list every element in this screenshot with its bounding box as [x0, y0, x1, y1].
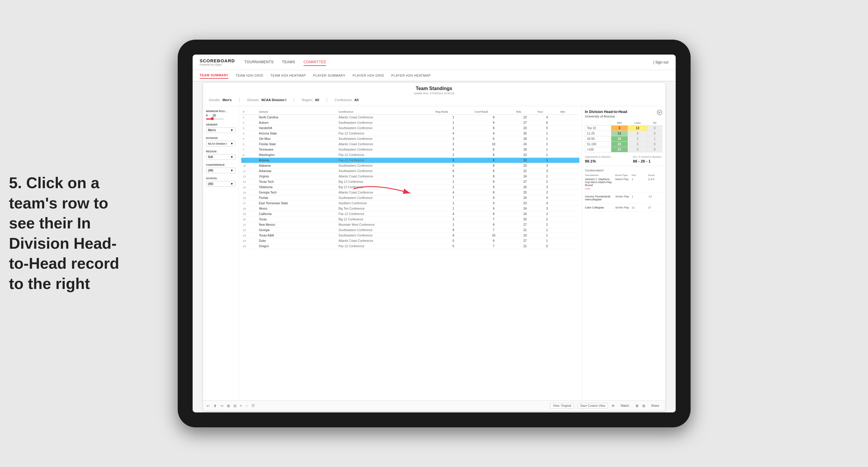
cell-win — [558, 201, 579, 206]
cell-tour: 3 — [535, 163, 558, 168]
table-row[interactable]: 8 Washington Pac-12 Conference 2 8 23 1 — [241, 152, 579, 158]
table-row[interactable]: 1 North Carolina Atlantic Coast Conferen… — [241, 115, 579, 120]
table-row[interactable]: 10 Alabama Southeastern Conference 5 8 2… — [241, 163, 579, 168]
h2h-loss: 2 — [628, 136, 647, 142]
cell-rds: 23 — [514, 233, 535, 238]
table-row[interactable]: 17 East Tennessee State Southern Confere… — [241, 201, 579, 206]
tablet-device: SCOREBOARD Powered by clippd TOURNAMENTS… — [178, 40, 690, 427]
region-select-value: N/A — [208, 155, 213, 159]
redo-icon[interactable]: ↪ — [220, 404, 223, 408]
h2h-label: Top 10 — [585, 126, 611, 131]
division-filter-group: Division NCAA Division I ▼ — [206, 136, 236, 147]
min-rounds-slider[interactable] — [206, 118, 224, 120]
view-original-button[interactable]: View: Original — [550, 403, 574, 409]
table-row[interactable]: 9 Arizona Pac-12 Conference 5 8 30 1 — [241, 158, 579, 163]
undo-icon[interactable]: ↩ — [207, 404, 210, 408]
cell-conf-rank: 9 — [473, 238, 514, 244]
cell-conference: Southern Conference — [337, 201, 434, 206]
table-row[interactable]: 2 Auburn Southeastern Conference 1 9 27 … — [241, 120, 579, 126]
cell-school: Ole Miss — [257, 136, 337, 142]
cell-rank: 17 — [241, 201, 257, 206]
sub-nav-player-h2h-heatmap[interactable]: PLAYER H2H HEATMAP — [391, 72, 431, 79]
region-select[interactable]: N/A ▼ — [206, 154, 236, 160]
standings-table: # School Conference Reg Rank Conf Rank R… — [241, 109, 579, 249]
gender-select[interactable]: Men's ▼ — [206, 127, 236, 133]
sub-nav-team-h2h-grid[interactable]: TEAM H2H GRID — [236, 72, 263, 79]
school-select[interactable]: (All) ▼ — [206, 181, 236, 187]
table-row[interactable]: 7 Tennessee Southeastern Conference 4 6 … — [241, 147, 579, 152]
table-row[interactable]: 22 Georgia Southeastern Conference 8 7 2… — [241, 227, 579, 233]
cell-reg-rank: 2 — [434, 126, 473, 131]
table-row[interactable]: 21 New Mexico Mountain West Conference 1… — [241, 222, 579, 227]
conference-value: All — [354, 98, 359, 102]
table-row[interactable]: 13 Texas Tech Big 12 Conference 1 9 27 2 — [241, 179, 579, 185]
cell-win — [558, 168, 579, 174]
screen-icon[interactable]: 🖥 — [635, 404, 639, 408]
table-row[interactable]: 23 Texas A&M Southeastern Conference 9 1… — [241, 233, 579, 238]
cell-win — [558, 190, 579, 195]
copy-icon[interactable]: ⊞ — [227, 404, 230, 408]
slider-thumb — [211, 117, 214, 120]
watch-button[interactable]: Watch — [618, 403, 631, 408]
grid-icon[interactable]: ⊞ — [642, 404, 645, 408]
sub-nav-player-summary[interactable]: PLAYER SUMMARY — [313, 72, 346, 79]
plus-icon[interactable]: + — [240, 404, 242, 408]
cell-tour: 1 — [535, 136, 558, 142]
cell-reg-rank: 4 — [434, 147, 473, 152]
division-filter: Division: NCAA Division I — [247, 98, 286, 102]
paste-icon[interactable]: ⊟ — [234, 404, 237, 408]
cell-rds: 25 — [514, 190, 535, 195]
table-row[interactable]: 14 Oklahoma Big 12 Conference 2 9 26 3 — [241, 185, 579, 190]
sub-nav-team-h2h-heatmap[interactable]: TEAM H2H HEATMAP — [271, 72, 306, 79]
cell-win — [558, 233, 579, 238]
h2h-loss: 0 — [628, 147, 647, 152]
cell-conf-rank: 8 — [473, 212, 514, 217]
wlt-label: W-L-T record in-division: — [633, 155, 662, 158]
cell-rank: 9 — [241, 158, 257, 163]
cell-conference: Southeastern Conference — [337, 120, 434, 126]
cell-tour: 3 — [535, 168, 558, 174]
cell-school: Georgia Tech — [257, 190, 337, 195]
conference-select[interactable]: (All) ▼ — [206, 167, 236, 173]
sub-nav-player-h2h-grid[interactable]: PLAYER H2H GRID — [353, 72, 384, 79]
table-row[interactable]: 20 Texas Big 12 Conference 3 7 20 2 — [241, 217, 579, 222]
wlt-stat: W-L-T record in-division: 86 - 26 - 1 — [633, 155, 662, 163]
cell-rank: 21 — [241, 222, 257, 227]
save-custom-view-button[interactable]: Save Custom View — [578, 403, 608, 409]
table-row[interactable]: 3 Vanderbilt Southeastern Conference 2 8… — [241, 126, 579, 131]
cell-rank: 25 — [241, 244, 257, 249]
nav-committee[interactable]: COMMITTEE — [304, 59, 327, 66]
table-row[interactable]: 19 California Pac-12 Conference 4 8 24 2 — [241, 212, 579, 217]
cell-tour: 1 — [535, 238, 558, 244]
close-button[interactable]: ✕ — [657, 110, 662, 115]
cell-tour: 5 — [535, 126, 558, 131]
share-button[interactable]: Share — [649, 403, 662, 408]
table-row[interactable]: 15 Georgia Tech Atlantic Coast Conferenc… — [241, 190, 579, 195]
nav-teams[interactable]: TEAMS — [282, 59, 295, 66]
table-row[interactable]: 4 Arizona State Pac-12 Conference 4 9 26… — [241, 131, 579, 136]
table-row[interactable]: 6 Florida State Atlantic Coast Conferenc… — [241, 142, 579, 147]
opponents-stat: Opponents in division: 99.1% — [585, 155, 612, 163]
cell-tour: 1 — [535, 174, 558, 179]
cell-conference: Pac-12 Conference — [337, 131, 434, 136]
cell-tour: 1 — [535, 147, 558, 152]
cell-conference: Atlantic Coast Conference — [337, 142, 434, 147]
pause-icon[interactable]: ⏸ — [213, 404, 217, 408]
table-row[interactable]: 16 Florida Southeastern Conference 7 9 2… — [241, 195, 579, 201]
col-conference: Conference — [337, 109, 434, 115]
minus-icon[interactable]: − — [246, 404, 248, 408]
table-row[interactable]: 12 Virginia Atlantic Coast Conference 3 … — [241, 174, 579, 179]
sub-nav-team-summary[interactable]: TEAM SUMMARY — [200, 72, 229, 79]
table-row[interactable]: 25 Oregon Pac-12 Conference 5 7 21 0 — [241, 244, 579, 249]
h2h-win: 27 — [611, 147, 628, 152]
nav-sign-out[interactable]: | Sign out — [653, 60, 669, 64]
table-row[interactable]: 18 Illinois Big Ten Conference 1 9 24 3 — [241, 206, 579, 212]
table-row[interactable]: 11 Arkansas Southeastern Conference 6 8 … — [241, 168, 579, 174]
division-select[interactable]: NCAA Division I ▼ — [206, 141, 236, 147]
cell-rds: 26 — [514, 131, 535, 136]
table-row[interactable]: 24 Duke Atlantic Coast Conference 5 9 27… — [241, 238, 579, 244]
nav-tournaments[interactable]: TOURNAMENTS — [245, 59, 274, 66]
table-row[interactable]: 5 Ole Miss Southeastern Conference 3 6 1… — [241, 136, 579, 142]
cell-rds: 23 — [514, 152, 535, 158]
clock-icon[interactable]: ⏱ — [251, 404, 255, 408]
